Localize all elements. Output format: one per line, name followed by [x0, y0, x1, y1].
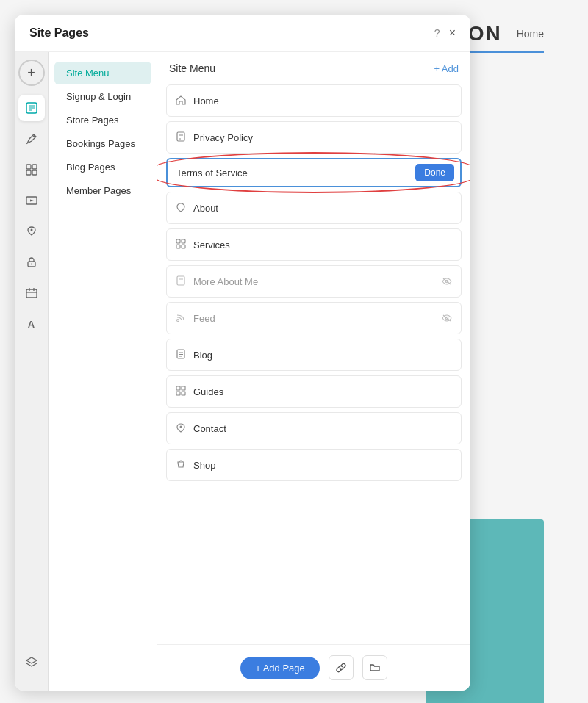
more-about-eye-icon[interactable] [442, 276, 452, 287]
lock-icon-btn[interactable] [18, 249, 45, 275]
svg-point-12 [31, 264, 32, 265]
nav-menu: Site Menu Signup & Login Store Pages Boo… [49, 52, 157, 691]
terms-edit-input[interactable] [173, 165, 415, 181]
nav-item-store[interactable]: Store Pages [54, 109, 151, 131]
page-label-home: Home [193, 95, 452, 107]
folder-icon-btn[interactable] [362, 655, 387, 680]
design-icon-btn[interactable] [18, 126, 45, 152]
page-label-feed: Feed [193, 313, 442, 324]
add-link[interactable]: + Add [434, 63, 459, 74]
feed-icon [176, 312, 186, 325]
svg-point-41 [180, 425, 182, 428]
page-item-privacy[interactable]: Privacy Policy [166, 121, 462, 154]
pages-list: Home Privacy Policy [157, 82, 470, 644]
done-button[interactable]: Done [415, 164, 454, 181]
svg-rect-39 [176, 392, 180, 395]
help-icon[interactable]: ? [434, 27, 440, 39]
contact-icon [176, 422, 186, 435]
page-label-shop: Shop [193, 460, 452, 471]
page-label-more-about: More About Me [193, 276, 442, 287]
pen-icon-btn[interactable] [18, 218, 45, 245]
content-section-title: Site Menu [169, 62, 215, 74]
services-icon [176, 239, 186, 251]
svg-rect-37 [176, 386, 180, 390]
close-icon[interactable]: × [449, 27, 456, 39]
page-label-about: About [193, 203, 452, 214]
layers-icon-btn[interactable] [18, 649, 45, 676]
svg-rect-21 [176, 239, 180, 243]
page-item-home[interactable]: Home [166, 84, 462, 117]
page-label-privacy: Privacy Policy [193, 132, 452, 143]
page-label-contact: Contact [193, 423, 452, 434]
about-icon [176, 202, 186, 214]
site-pages-panel: Site Pages ? × + [15, 15, 470, 691]
panel-header-actions: ? × [434, 27, 456, 39]
content-area: Site Menu + Add Home [157, 52, 470, 691]
svg-rect-23 [176, 245, 180, 248]
pages-icon-btn[interactable] [18, 95, 45, 121]
svg-rect-6 [32, 165, 37, 169]
svg-point-10 [30, 229, 32, 231]
feed-eye-icon[interactable] [442, 313, 452, 324]
svg-rect-5 [26, 165, 31, 169]
privacy-icon [176, 131, 186, 144]
page-item-more-about[interactable]: More About Me [166, 265, 462, 298]
page-item-shop[interactable]: Shop [166, 449, 462, 481]
add-new-button[interactable]: + [18, 60, 45, 86]
nav-item-site-menu[interactable]: Site Menu [54, 62, 151, 84]
apps-icon-btn[interactable] [18, 156, 45, 183]
page-item-blog[interactable]: Blog [166, 339, 462, 371]
bottom-bar: + Add Page [157, 644, 470, 691]
svg-point-4 [33, 135, 35, 137]
svg-rect-38 [182, 386, 185, 390]
calendar-icon-btn[interactable] [18, 280, 45, 306]
page-label-guides: Guides [193, 386, 452, 397]
screen: SON Home Site Pages ? × + [0, 0, 588, 703]
website-nav: Home [517, 28, 544, 40]
shop-icon [176, 459, 186, 472]
home-icon [176, 95, 186, 107]
font-icon-btn[interactable]: A [18, 311, 45, 337]
page-item-feed[interactable]: Feed [166, 302, 462, 334]
link-icon-btn[interactable] [329, 655, 354, 680]
svg-rect-40 [182, 392, 185, 395]
svg-rect-24 [182, 245, 185, 248]
more-about-icon [176, 275, 186, 288]
svg-point-30 [177, 319, 179, 321]
nav-item-bookings[interactable]: Bookings Pages [54, 132, 151, 155]
page-label-services: Services [193, 239, 452, 250]
svg-rect-13 [26, 289, 37, 298]
nav-item-member[interactable]: Member Pages [54, 179, 151, 202]
page-item-about[interactable]: About [166, 192, 462, 224]
blog-icon [176, 349, 186, 361]
media-icon-btn[interactable] [18, 187, 45, 214]
nav-item-signup[interactable]: Signup & Login [54, 85, 151, 108]
nav-item-blog[interactable]: Blog Pages [54, 156, 151, 179]
panel-title: Site Pages [29, 26, 89, 40]
page-item-terms-editing[interactable]: Done [166, 158, 462, 187]
page-item-guides[interactable]: Guides [166, 375, 462, 408]
svg-rect-22 [182, 239, 185, 243]
svg-rect-7 [26, 170, 31, 175]
page-item-contact[interactable]: Contact [166, 412, 462, 444]
guides-icon [176, 386, 186, 398]
panel-header: Site Pages ? × [15, 15, 470, 52]
svg-rect-8 [32, 170, 37, 175]
page-item-services[interactable]: Services [166, 228, 462, 261]
page-label-blog: Blog [193, 350, 452, 361]
content-header: Site Menu + Add [157, 52, 470, 82]
icon-bar: + [15, 52, 49, 691]
add-page-button[interactable]: + Add Page [240, 657, 320, 679]
panel-body: + [15, 52, 470, 691]
